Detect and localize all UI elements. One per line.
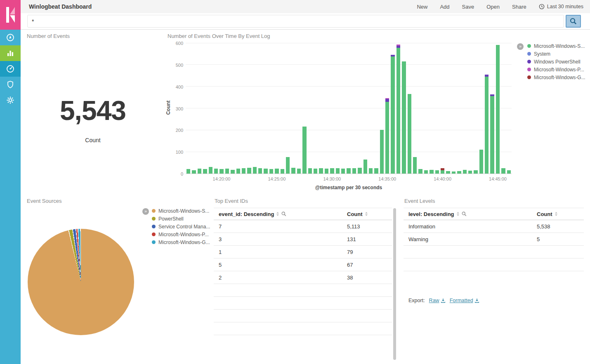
sidebar-item-discover[interactable] <box>0 30 21 45</box>
histogram-bar[interactable] <box>402 61 406 174</box>
histogram-bar[interactable] <box>391 55 394 174</box>
time-filter-button[interactable]: Last 30 minutes <box>539 4 583 9</box>
sort-icon[interactable] <box>555 212 557 216</box>
histogram-bar[interactable] <box>374 168 378 174</box>
histogram-bar[interactable] <box>380 130 384 174</box>
histogram-bar[interactable] <box>352 168 356 174</box>
menu-add-button[interactable]: Add <box>440 4 449 10</box>
legend-item[interactable]: Microsoft-Windows-S... <box>527 42 585 50</box>
histogram-bar[interactable] <box>297 169 301 174</box>
histogram-bar[interactable] <box>219 169 223 174</box>
histogram-bar[interactable] <box>424 170 428 174</box>
histogram-bar[interactable] <box>291 168 295 174</box>
column-search-icon[interactable] <box>281 211 286 216</box>
histogram-bar[interactable] <box>209 167 212 174</box>
legend-collapse-button[interactable]: » <box>517 43 524 50</box>
menu-new-button[interactable]: New <box>417 4 427 10</box>
column-header-event-id[interactable]: event_id: Descending <box>219 211 274 217</box>
histogram-bar[interactable] <box>281 169 284 174</box>
histogram-bar[interactable] <box>247 168 251 174</box>
legend-item[interactable]: Windows PowerShell <box>527 58 585 66</box>
histogram-bar[interactable] <box>446 171 450 174</box>
histogram-bar[interactable] <box>275 169 278 174</box>
histogram-bar[interactable] <box>314 169 317 174</box>
histogram-bar[interactable] <box>463 170 467 174</box>
menu-save-button[interactable]: Save <box>462 4 474 10</box>
histogram-bar[interactable] <box>485 75 489 174</box>
histogram-bar[interactable] <box>286 157 290 174</box>
histogram-bar[interactable] <box>507 170 511 174</box>
histogram-bar[interactable] <box>474 170 477 174</box>
histogram-bar[interactable] <box>490 94 494 174</box>
column-header-level[interactable]: level: Descending <box>408 211 454 217</box>
histogram-bar[interactable] <box>358 168 361 174</box>
histogram-bar[interactable] <box>242 168 245 174</box>
sidebar-item-plugin[interactable] <box>0 77 21 92</box>
histogram-bar[interactable] <box>408 94 411 174</box>
legend-item[interactable]: PowerShell <box>152 215 210 223</box>
histogram-bar[interactable] <box>319 168 323 174</box>
histogram-bar[interactable] <box>192 170 196 174</box>
histogram-bar[interactable] <box>468 171 472 174</box>
bar-segment <box>457 171 461 174</box>
histogram-bar[interactable] <box>369 168 373 174</box>
sort-icon[interactable] <box>457 212 459 216</box>
panel-scrollbar[interactable] <box>393 208 396 360</box>
histogram-bar[interactable] <box>441 168 444 174</box>
histogram-bar[interactable] <box>452 171 455 174</box>
histogram-bar[interactable] <box>302 127 306 174</box>
sort-icon[interactable] <box>365 212 368 216</box>
query-input[interactable] <box>27 15 564 28</box>
histogram-bar[interactable] <box>330 168 334 174</box>
histogram-bar[interactable] <box>308 168 312 174</box>
histogram-bar[interactable] <box>435 170 439 174</box>
legend-collapse-button[interactable]: » <box>142 208 149 215</box>
histogram-bar[interactable] <box>363 160 367 174</box>
legend-item[interactable]: Microsoft-Windows-S... <box>152 207 210 215</box>
histogram-bar[interactable] <box>186 169 190 174</box>
histogram-bar[interactable] <box>496 45 500 174</box>
column-header-count[interactable]: Count <box>347 211 363 217</box>
histogram-bar[interactable] <box>341 169 345 174</box>
legend-item[interactable]: Microsoft-Windows-G... <box>152 238 210 246</box>
legend-item[interactable]: Microsoft-Windows-P... <box>527 66 585 73</box>
histogram-bar[interactable] <box>253 167 257 174</box>
histogram-bar[interactable] <box>430 170 433 174</box>
sidebar-item-settings[interactable] <box>0 92 21 108</box>
export-formatted-link[interactable]: Formatted <box>450 298 479 303</box>
histogram-bar[interactable] <box>264 169 267 174</box>
histogram-bar[interactable] <box>214 169 218 174</box>
legend-item[interactable]: Microsoft-Windows-P... <box>152 230 210 238</box>
histogram-bar[interactable] <box>347 168 350 174</box>
histogram-bar[interactable] <box>396 45 400 174</box>
sort-icon[interactable] <box>276 212 279 216</box>
histogram-bar[interactable] <box>385 98 389 174</box>
event-sources-pie[interactable] <box>28 229 134 335</box>
histogram-bar[interactable] <box>269 169 273 174</box>
histogram-bar[interactable] <box>225 169 229 174</box>
histogram-bar[interactable] <box>336 168 340 174</box>
legend-item[interactable]: System <box>527 50 585 58</box>
histogram-bar[interactable] <box>325 169 328 174</box>
histogram-bar[interactable] <box>203 169 207 174</box>
menu-open-button[interactable]: Open <box>486 4 500 10</box>
sidebar-item-dashboard[interactable] <box>0 61 21 77</box>
legend-item[interactable]: Microsoft-Windows-G... <box>527 73 585 81</box>
histogram-bar[interactable] <box>258 168 262 174</box>
histogram-bar[interactable] <box>231 170 234 174</box>
menu-share-button[interactable]: Share <box>512 4 526 10</box>
histogram-bar[interactable] <box>418 169 422 174</box>
export-raw-link[interactable]: Raw <box>429 298 446 303</box>
column-header-count[interactable]: Count <box>537 211 552 217</box>
histogram-bar[interactable] <box>501 168 505 174</box>
legend-item[interactable]: Service Control Mana... <box>152 223 210 230</box>
sidebar-item-visualize[interactable] <box>0 45 21 61</box>
kibana-logo[interactable] <box>0 0 21 30</box>
histogram-bar[interactable] <box>236 169 240 174</box>
histogram-bar[interactable] <box>479 150 483 174</box>
histogram-bar[interactable] <box>457 171 461 174</box>
histogram-bar[interactable] <box>198 169 201 174</box>
histogram-bar[interactable] <box>413 157 417 174</box>
search-button[interactable] <box>566 15 581 28</box>
column-search-icon[interactable] <box>462 211 467 216</box>
